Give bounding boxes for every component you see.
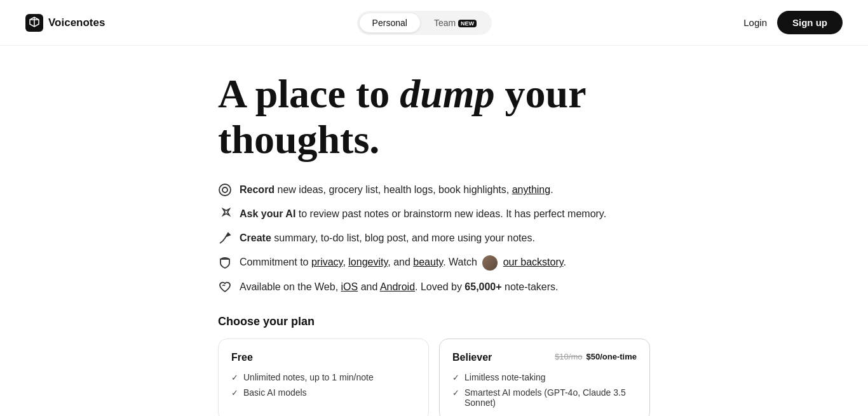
check-icon: ✓ — [231, 373, 238, 382]
feature-platforms: Available on the Web, iOS and Android. L… — [218, 279, 650, 295]
feature-privacy: Commitment to privacy, longevity, and be… — [218, 255, 650, 271]
signup-button[interactable]: Sign up — [777, 11, 843, 34]
longevity-link[interactable]: longevity — [348, 257, 388, 267]
privacy-icon — [218, 255, 232, 269]
create-icon — [218, 231, 232, 245]
tab-personal[interactable]: Personal — [360, 13, 420, 32]
believer-plan-features: ✓ Limitless note-taking ✓ Smartest AI mo… — [452, 372, 637, 408]
believer-plan-card: Believer $10/mo $50/one-time ✓ Limitless… — [439, 339, 650, 416]
record-icon — [218, 183, 232, 197]
free-feature-1: ✓ Unlimited notes, up to 1 min/note — [231, 372, 416, 382]
logo[interactable]: Voicenotes — [25, 14, 105, 32]
privacy-link[interactable]: privacy — [311, 257, 343, 267]
login-button[interactable]: Login — [743, 17, 767, 28]
tab-switcher: Personal TeamNEW — [357, 11, 492, 35]
ai-icon — [218, 207, 232, 221]
believer-feature-2: ✓ Smartest AI models (GPT-4o, Claude 3.5… — [452, 387, 637, 408]
backstory-link[interactable]: our backstory — [503, 257, 564, 267]
plans-title: Choose your plan — [218, 315, 650, 328]
tab-team[interactable]: TeamNEW — [421, 13, 489, 32]
believer-feature-1: ✓ Limitless note-taking — [452, 372, 637, 382]
backstory-avatar — [482, 255, 498, 271]
check-icon: ✓ — [452, 373, 459, 382]
plans-grid: Free ✓ Unlimited notes, up to 1 min/note… — [218, 339, 650, 416]
feature-list: Record new ideas, grocery list, health l… — [218, 182, 650, 295]
price-new: $50/one-time — [587, 352, 637, 361]
plan-price-badge: $10/mo $50/one-time — [555, 352, 637, 361]
logo-icon — [25, 14, 43, 32]
feature-record: Record new ideas, grocery list, health l… — [218, 182, 650, 198]
free-feature-2: ✓ Basic AI models — [231, 387, 416, 398]
beauty-link[interactable]: beauty — [413, 257, 443, 267]
ios-link[interactable]: iOS — [341, 281, 358, 292]
anything-link[interactable]: anything — [512, 184, 551, 195]
logo-text: Voicenotes — [48, 17, 105, 29]
svg-point-4 — [222, 187, 227, 192]
check-icon: ✓ — [452, 388, 459, 398]
heart-icon — [218, 280, 232, 294]
free-plan-features: ✓ Unlimited notes, up to 1 min/note ✓ Ba… — [231, 372, 416, 398]
free-plan-card: Free ✓ Unlimited notes, up to 1 min/note… — [218, 339, 429, 416]
team-new-badge: NEW — [458, 20, 477, 27]
believer-plan-name: Believer — [452, 352, 492, 363]
plans-section: Choose your plan Free ✓ Unlimited notes,… — [205, 315, 663, 416]
check-icon: ✓ — [231, 388, 238, 398]
nav-actions: Login Sign up — [743, 11, 843, 34]
feature-ai: Ask your AI to review past notes or brai… — [218, 206, 650, 222]
price-old: $10/mo — [555, 352, 582, 361]
svg-point-3 — [219, 184, 231, 196]
free-plan-name: Free — [231, 352, 253, 363]
hero-headline: A place to dump your thoughts. — [218, 71, 650, 162]
feature-create: Create summary, to-do list, blog post, a… — [218, 231, 650, 246]
android-link[interactable]: Android — [380, 281, 415, 292]
